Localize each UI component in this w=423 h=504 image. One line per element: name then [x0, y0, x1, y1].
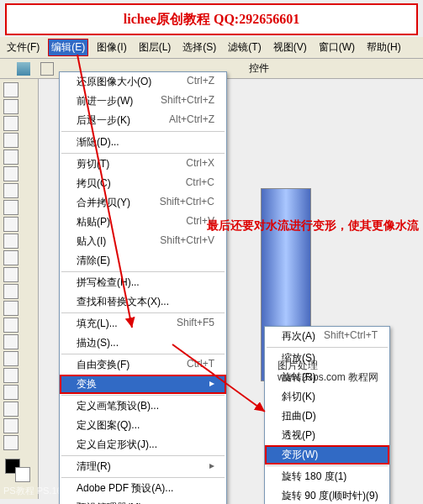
menu-label: 粘贴(P): [77, 215, 110, 229]
edit-menu-item-19[interactable]: 自由变换(F)Ctrl+T: [60, 355, 226, 375]
edit-menu-item-4[interactable]: 渐隐(D)...: [60, 133, 226, 152]
crop-tool-icon[interactable]: [3, 150, 19, 165]
type-tool-icon[interactable]: [3, 334, 19, 349]
hand-tool-icon[interactable]: [3, 418, 19, 433]
menu-label: 变形(W): [282, 448, 318, 462]
menu-label: 变换: [77, 377, 97, 391]
eraser-tool-icon[interactable]: [3, 250, 19, 265]
edit-menu-item-7[interactable]: 拷贝(C)Ctrl+C: [60, 174, 226, 193]
transform-menu-item-4[interactable]: 斜切(K): [265, 387, 389, 407]
menu-label: 拷贝(C): [77, 176, 111, 191]
transform-menu-item-10[interactable]: 旋转 90 度(顺时针)(9): [265, 486, 389, 504]
ps-app-icon[interactable]: [17, 62, 30, 76]
menu-file[interactable]: 文件(F): [3, 39, 43, 56]
tutorial-banner: lichee原创教程 QQ:292656601: [5, 3, 418, 35]
edit-menu-item-9[interactable]: 粘贴(P)Ctrl+V: [60, 213, 226, 232]
zoom-tool-icon[interactable]: [3, 435, 19, 450]
transform-submenu: 再次(A)Shift+Ctrl+T缩放(S)旋转(R)斜切(K)扭曲(D)透视(…: [264, 326, 390, 504]
edit-menu-item-1[interactable]: 前进一步(W)Shift+Ctrl+Z: [60, 92, 226, 111]
shortcut-label: Shift+Ctrl+T: [324, 329, 378, 344]
menu-edit[interactable]: 编辑(E): [48, 39, 88, 56]
menu-label: 清理(R): [77, 459, 111, 474]
heal-tool-icon[interactable]: [3, 183, 19, 198]
menu-label: 定义自定形状(J)...: [77, 438, 157, 452]
menu-label: 渐隐(D)...: [77, 135, 119, 150]
transform-menu-item-9[interactable]: 旋转 180 度(1): [265, 467, 389, 486]
menu-label: 旋转 180 度(1): [282, 470, 346, 484]
shortcut-label: Ctrl+T: [187, 358, 214, 372]
transform-menu-item-6[interactable]: 透视(P): [265, 426, 389, 445]
wand-tool-icon[interactable]: [3, 133, 19, 148]
transform-menu-item-0[interactable]: 再次(A)Shift+Ctrl+T: [265, 327, 389, 346]
edit-menu-item-20[interactable]: 变换▸: [60, 375, 226, 394]
edit-menu-item-14[interactable]: 查找和替换文本(X)...: [60, 292, 226, 312]
edit-menu-item-22[interactable]: 定义画笔预设(B)...: [60, 396, 226, 416]
toolbox: [0, 79, 39, 499]
edit-menu-item-28[interactable]: Adobe PDF 预设(A)...: [60, 479, 226, 498]
gradient-tool-icon[interactable]: [3, 267, 19, 282]
edit-menu-item-0[interactable]: 还原图像大小(O)Ctrl+Z: [60, 72, 226, 92]
menu-label: 定义图案(Q)...: [77, 418, 140, 433]
tool-preset-icon[interactable]: [40, 62, 54, 76]
annotation-text: 最后还要对水流进行变形，使其更像水流: [207, 218, 419, 234]
slice-tool-icon[interactable]: [3, 166, 19, 181]
edit-menu-item-11[interactable]: 清除(E): [60, 251, 226, 270]
edit-menu-item-26[interactable]: 清理(R)▸: [60, 457, 226, 476]
menu-label: 描边(S)...: [77, 336, 119, 350]
menu-layer[interactable]: 图层(L): [135, 39, 175, 56]
edit-menu-item-24[interactable]: 定义自定形状(J)...: [60, 435, 226, 454]
menu-help[interactable]: 帮助(H): [363, 39, 404, 56]
shape-tool-icon[interactable]: [3, 368, 19, 383]
dodge-tool-icon[interactable]: [3, 301, 19, 316]
edit-menu-item-17[interactable]: 描边(S)...: [60, 333, 226, 353]
marquee-tool-icon[interactable]: [3, 99, 19, 114]
edit-menu-item-2[interactable]: 后退一步(K)Alt+Ctrl+Z: [60, 111, 226, 130]
menu-label: 查找和替换文本(X)...: [77, 295, 169, 309]
notes-tool-icon[interactable]: [3, 385, 19, 400]
menu-label: 清除(E): [77, 254, 110, 268]
background-color-swatch[interactable]: [15, 467, 30, 482]
edit-menu-item-13[interactable]: 拼写检查(H)...: [60, 273, 226, 292]
stamp-line2: www.23ps.com 教程网: [278, 371, 378, 383]
submenu-arrow-icon: ▸: [209, 377, 214, 391]
edit-menu-item-23[interactable]: 定义图案(Q)...: [60, 416, 226, 435]
menu-label: 后退一步(K): [77, 113, 130, 128]
transform-menu-item-5[interactable]: 扭曲(D): [265, 407, 389, 426]
shortcut-label: Shift+Ctrl+Z: [161, 94, 214, 108]
watermark-stamp: 图片处理 www.23ps.com 教程网: [278, 360, 378, 383]
brush-tool-icon[interactable]: [3, 200, 19, 215]
shortcut-label: Shift+Ctrl+C: [160, 196, 214, 210]
history-brush-tool-icon[interactable]: [3, 234, 19, 249]
edit-menu-item-29[interactable]: 预设管理器(M)...: [60, 498, 226, 504]
shortcut-label: Shift+F5: [177, 317, 214, 331]
menu-label: 贴入(I): [77, 234, 106, 249]
options-label: 控件: [249, 61, 269, 76]
shortcut-label: Ctrl+X: [186, 157, 214, 171]
edit-menu-item-8[interactable]: 合并拷贝(Y)Shift+Ctrl+C: [60, 193, 226, 213]
edit-dropdown-menu: 还原图像大小(O)Ctrl+Z前进一步(W)Shift+Ctrl+Z后退一步(K…: [59, 71, 227, 504]
edit-menu-item-10[interactable]: 贴入(I)Shift+Ctrl+V: [60, 232, 226, 251]
blur-tool-icon[interactable]: [3, 284, 19, 299]
pen-tool-icon[interactable]: [3, 351, 19, 366]
shortcut-label: Alt+Ctrl+Z: [169, 113, 214, 128]
menu-view[interactable]: 视图(V): [270, 39, 310, 56]
menu-label: 合并拷贝(Y): [77, 196, 130, 210]
edit-menu-item-6[interactable]: 剪切(T)Ctrl+X: [60, 155, 226, 174]
move-tool-icon[interactable]: [3, 82, 19, 97]
menu-label: 填充(L)...: [77, 317, 118, 331]
stamp-tool-icon[interactable]: [3, 217, 19, 232]
menu-window[interactable]: 窗口(W): [315, 39, 358, 56]
menu-label: 再次(A): [282, 329, 315, 344]
menu-select[interactable]: 选择(S): [179, 39, 219, 56]
menu-label: 斜切(K): [282, 390, 315, 404]
path-tool-icon[interactable]: [3, 318, 19, 333]
transform-menu-item-7[interactable]: 变形(W): [265, 445, 389, 465]
lasso-tool-icon[interactable]: [3, 116, 19, 131]
menu-label: 扭曲(D): [282, 409, 316, 423]
edit-menu-item-16[interactable]: 填充(L)...Shift+F5: [60, 314, 226, 333]
eyedropper-tool-icon[interactable]: [3, 402, 19, 417]
shortcut-label: Shift+Ctrl+V: [160, 234, 214, 249]
menu-filter[interactable]: 滤镜(T): [225, 39, 264, 56]
main-menubar: 文件(F) 编辑(E) 图像(I) 图层(L) 选择(S) 滤镜(T) 视图(V…: [0, 37, 423, 59]
menu-image[interactable]: 图像(I): [93, 39, 130, 56]
